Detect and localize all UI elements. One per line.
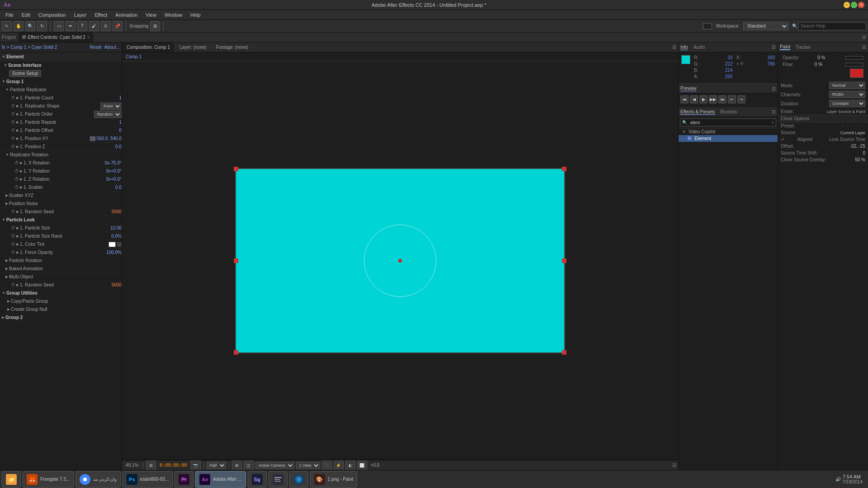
vt-menu[interactable]: ☰ bbox=[672, 463, 676, 468]
scatter-value[interactable]: 0.0 bbox=[115, 185, 122, 190]
taskbar-app-speedgrade[interactable]: Sg bbox=[248, 471, 267, 488]
tool-rect[interactable]: ▭ bbox=[54, 21, 64, 31]
part-order-select[interactable]: Random bbox=[94, 111, 122, 118]
pos-xy-expand[interactable]: ▶ bbox=[16, 136, 19, 141]
effects-search-input[interactable] bbox=[689, 119, 770, 126]
handle-bl[interactable] bbox=[234, 350, 238, 355]
group-util-expand[interactable]: ▼ bbox=[2, 291, 5, 295]
particle-count-value[interactable]: 1 bbox=[119, 95, 122, 100]
effects-section-video-copilot[interactable]: ▼ Video Copilot bbox=[679, 128, 778, 135]
taskbar-app-explorer[interactable]: 📁 bbox=[2, 471, 21, 488]
vt-quality-select[interactable]: Half bbox=[207, 462, 226, 469]
tool-brush[interactable]: 🖌 bbox=[89, 21, 99, 31]
vt-camera[interactable]: 📷 bbox=[191, 460, 201, 470]
tool-text[interactable]: T bbox=[77, 21, 87, 31]
flow-slider[interactable] bbox=[845, 63, 863, 66]
opacity-slider[interactable] bbox=[845, 56, 863, 60]
menu-effect[interactable]: Effect bbox=[91, 11, 111, 19]
copy-paste-expand[interactable]: ▶ bbox=[7, 299, 10, 303]
prev-play[interactable]: ▶ bbox=[699, 95, 708, 103]
prev-first[interactable]: ⏮ bbox=[680, 95, 689, 103]
vt-camera-select[interactable]: Active Camera bbox=[255, 462, 294, 469]
multi-obj-expand[interactable]: ▶ bbox=[5, 275, 8, 279]
pos-z-stopwatch[interactable]: ⏱ bbox=[11, 144, 15, 149]
rep-shape-select[interactable]: Point bbox=[100, 103, 122, 110]
vt-grid[interactable]: ⊞ bbox=[232, 460, 242, 470]
tool-clone[interactable]: ⎘ bbox=[101, 21, 111, 31]
taskbar-app-freegate[interactable]: 🦊 Freegate 7.3... bbox=[23, 471, 74, 488]
effects-presets-tab[interactable]: Effects & Presets bbox=[680, 109, 715, 115]
comp1-tab[interactable]: Composition: Comp 1 bbox=[122, 42, 175, 52]
prev-loop-a[interactable]: ↩ bbox=[728, 95, 736, 103]
tool-rotate[interactable]: ↻ bbox=[37, 21, 47, 31]
prev-back[interactable]: ◀ bbox=[690, 95, 698, 103]
pos-xy-value[interactable]: 560.0, 540.0 bbox=[96, 136, 122, 141]
close-button[interactable]: ✕ bbox=[858, 2, 864, 8]
tool-pen[interactable]: ✒ bbox=[66, 21, 75, 31]
comp1-breadcrumb[interactable]: Comp 1 bbox=[126, 54, 142, 59]
force-opacity-expand[interactable]: ▶ bbox=[16, 250, 19, 254]
menu-edit[interactable]: Edit bbox=[18, 11, 34, 19]
particle-count-expand[interactable]: ▶ bbox=[16, 96, 19, 100]
snapping-toggle[interactable]: ⊞ bbox=[150, 21, 160, 31]
vt-view-select[interactable]: 1 View bbox=[296, 462, 320, 469]
part-repeat-value[interactable]: 1 bbox=[119, 120, 122, 125]
rand-seed-2-stopwatch[interactable]: ⏱ bbox=[11, 282, 15, 287]
color-tint-expand[interactable]: ▶ bbox=[16, 242, 19, 246]
handle-br[interactable] bbox=[562, 350, 566, 355]
project-tab[interactable]: Project bbox=[2, 35, 16, 40]
taskbar-app-app8[interactable] bbox=[289, 471, 308, 488]
part-offset-expand[interactable]: ▶ bbox=[16, 128, 19, 132]
handle-tl[interactable] bbox=[234, 167, 238, 171]
plugin-expand[interactable]: ▼ bbox=[2, 55, 5, 59]
effects-panel-menu[interactable]: ☰ bbox=[772, 109, 776, 114]
scatter-xyz-expand[interactable]: ▶ bbox=[5, 193, 8, 197]
create-group-expand[interactable]: ▶ bbox=[7, 307, 10, 311]
part-size-rand-expand[interactable]: ▶ bbox=[16, 234, 19, 238]
rand-seed-1-expand[interactable]: ▶ bbox=[16, 210, 19, 214]
preview-panel-menu[interactable]: ☰ bbox=[772, 86, 776, 91]
tracker-tab[interactable]: Tracker bbox=[796, 45, 811, 50]
tray-sound[interactable]: 🔊 bbox=[835, 477, 841, 482]
menu-help[interactable]: Help bbox=[187, 11, 204, 19]
prev-last[interactable]: ⏭ bbox=[718, 95, 726, 103]
vt-safe[interactable]: ◫ bbox=[244, 460, 254, 470]
pos-z-value[interactable]: 0.0 bbox=[115, 144, 122, 149]
menu-file[interactable]: File bbox=[2, 11, 17, 19]
force-opacity-stopwatch[interactable]: ⏱ bbox=[11, 250, 15, 255]
x-rot-expand[interactable]: ▶ bbox=[20, 161, 23, 165]
part-size-expand[interactable]: ▶ bbox=[16, 226, 19, 230]
particle-count-stopwatch[interactable]: ⏱ bbox=[11, 95, 15, 100]
prev-loop-b[interactable]: ↪ bbox=[737, 95, 745, 103]
menu-animation[interactable]: Animation bbox=[112, 11, 141, 19]
part-repeat-expand[interactable]: ▶ bbox=[16, 120, 19, 124]
rand-seed-2-expand[interactable]: ▶ bbox=[16, 283, 19, 287]
audio-tab[interactable]: Audio bbox=[693, 45, 705, 50]
taskbar-app-premiere[interactable]: Pr bbox=[175, 471, 193, 488]
part-order-expand[interactable]: ▶ bbox=[16, 112, 19, 116]
rand-seed-2-value[interactable]: 5000 bbox=[112, 282, 122, 287]
z-rot-stopwatch[interactable]: ⏱ bbox=[14, 177, 19, 182]
x-rot-value[interactable]: 0x-75.0° bbox=[105, 160, 122, 165]
y-rot-expand[interactable]: ▶ bbox=[20, 169, 23, 173]
y-rot-stopwatch[interactable]: ⏱ bbox=[14, 169, 19, 174]
vc-expand[interactable]: ▼ bbox=[682, 130, 686, 134]
taskbar-app-chrome[interactable]: واردکردن مد bbox=[75, 471, 121, 488]
paint-panel-menu[interactable]: ☰ bbox=[862, 45, 866, 50]
menu-window[interactable]: Window bbox=[161, 11, 186, 19]
color-tint-picker[interactable]: ⬛ bbox=[117, 242, 122, 247]
particle-rep-expand[interactable]: ▼ bbox=[5, 88, 9, 92]
prev-forward[interactable]: ▶▶ bbox=[709, 95, 717, 103]
mode-select[interactable]: Normal bbox=[829, 82, 865, 89]
brushes-tab[interactable]: Brushes bbox=[721, 109, 737, 114]
pos-xy-stopwatch[interactable]: ⏱ bbox=[11, 136, 15, 141]
tool-puppet[interactable]: 📌 bbox=[113, 21, 123, 31]
menu-composition[interactable]: Composition bbox=[35, 11, 70, 19]
part-size-rand-value[interactable]: 0.0% bbox=[111, 234, 122, 239]
reset-button[interactable]: Reset bbox=[90, 45, 101, 50]
preview-tab[interactable]: Preview bbox=[680, 86, 697, 91]
part-size-value[interactable]: 10.00 bbox=[110, 225, 122, 230]
handle-tr[interactable] bbox=[562, 167, 566, 171]
effects-item-element[interactable]: M Element bbox=[679, 135, 778, 142]
search-input[interactable] bbox=[798, 22, 866, 30]
